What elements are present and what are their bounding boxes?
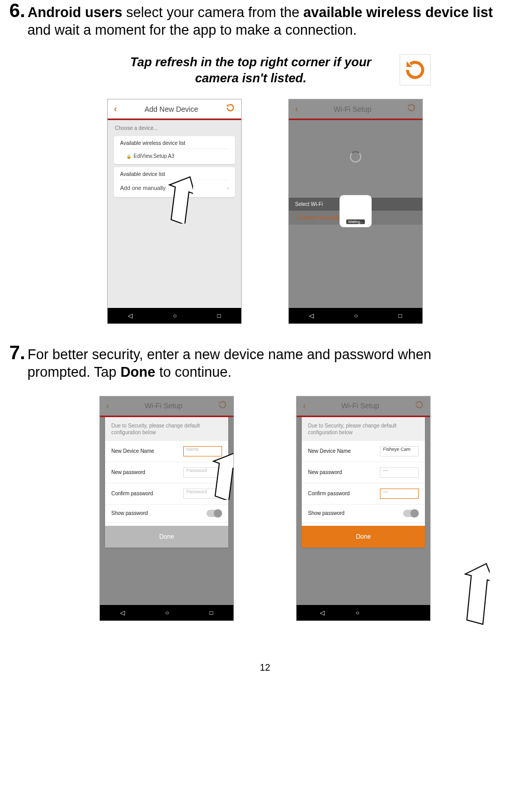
nav-recent-icon[interactable]: □ — [217, 312, 221, 319]
step-7: 7. For better security, enter a new devi… — [9, 342, 521, 381]
hint-line1: Tap refresh in the top right corner if y… — [130, 54, 372, 70]
security-form-card: Due to Security, please change default c… — [105, 417, 228, 548]
nav-back-icon[interactable]: ◁ — [120, 609, 125, 616]
device-list-title: Available device list — [120, 171, 229, 180]
nav-home-icon[interactable]: ○ — [165, 609, 169, 616]
nav-recent-icon[interactable]: □ — [399, 312, 402, 319]
step-7-number: 7. — [9, 342, 25, 363]
row-show-password: Show password — [105, 505, 228, 523]
android-nav-3: ◁ ○ □ — [100, 605, 233, 621]
wireless-list-title: Available wireless device list — [120, 140, 229, 149]
screenshot-add-device: ‹ Add New Device Choose a device... Avai… — [107, 99, 242, 324]
step-7-line1: 7. For better security, enter a new devi… — [9, 342, 521, 364]
pointer-arrow-3 — [459, 559, 490, 626]
choose-device-label: Choose a device... — [108, 120, 241, 133]
lock-icon: 🔒 — [126, 154, 131, 159]
body-form2: Due to Security, please change default c… — [297, 417, 430, 605]
label-show-password: Show password — [308, 510, 345, 516]
refresh-icon[interactable] — [226, 103, 235, 115]
step-7-pre: prompted. Tap — [27, 364, 121, 380]
refresh-icon[interactable] — [407, 103, 416, 115]
body-wifi-wait: Select Wi-Fi + Connect to a hidden netwo… — [289, 120, 422, 308]
body-form1: Due to Security, please change default c… — [100, 417, 233, 605]
step-6-mid: select your camera from the — [126, 5, 303, 20]
wireless-device-card: Available wireless device list 🔒EdiView.… — [114, 136, 235, 164]
row-device-name: New Device Name Name — [105, 441, 228, 462]
screenshots-row-1: ‹ Add New Device Choose a device... Avai… — [9, 99, 521, 324]
screenshot-wifi-waiting: ‹ Wi-Fi Setup Select Wi-Fi + Connect to … — [288, 99, 423, 324]
add-manually-label: Add one manually — [120, 185, 166, 191]
header-title-wifi: Wi-Fi Setup — [333, 105, 371, 113]
step-6-bold2: available wireless device list — [303, 5, 493, 20]
wireless-device-item[interactable]: 🔒EdiView.Setup A3 — [120, 152, 229, 160]
screenshot-form-filled: ‹ Wi-Fi Setup Due to Security, please ch… — [296, 396, 431, 621]
security-instruction: Due to Security, please change default c… — [302, 417, 425, 441]
label-device-name: New Device Name — [308, 448, 351, 454]
nav-back-icon[interactable]: ◁ — [309, 312, 314, 319]
security-instruction: Due to Security, please change default c… — [105, 417, 228, 441]
label-new-password: New password — [111, 469, 145, 475]
input-device-name-filled[interactable]: Fisheye Cam — [380, 446, 419, 456]
header-title-form1: Wi-Fi Setup — [144, 402, 182, 410]
loading-spinner-icon — [350, 151, 361, 163]
hint-line2: camera isn't listed. — [130, 70, 372, 86]
done-button-disabled[interactable]: Done — [105, 526, 228, 548]
input-confirm-password[interactable]: Password — [183, 489, 222, 499]
step-6-line2: and wait a moment for the app to make a … — [9, 22, 521, 39]
nav-home-icon[interactable]: ○ — [354, 312, 358, 319]
nav-recent-icon[interactable]: □ — [210, 609, 213, 616]
label-device-name: New Device Name — [111, 448, 154, 454]
back-icon[interactable]: ‹ — [114, 104, 117, 114]
android-nav-1: ◁ ○ □ — [108, 308, 241, 323]
step-7-post: to continue. — [155, 364, 231, 380]
label-new-password: New password — [308, 469, 342, 475]
step-6: 6. Android users select your camera from… — [9, 0, 521, 39]
refresh-icon-large — [400, 54, 431, 85]
input-device-name[interactable]: Name — [183, 446, 222, 456]
nav-back-icon[interactable]: ◁ — [320, 609, 325, 616]
waiting-label: Waiting... — [346, 219, 365, 224]
add-manually-row[interactable]: Add one manually › — [120, 183, 229, 193]
input-new-password-filled[interactable]: ···· — [380, 467, 419, 478]
row-new-password: New password ···· — [302, 462, 425, 483]
chevron-right-icon: › — [227, 185, 229, 191]
page-number: 12 — [9, 662, 521, 678]
input-new-password[interactable]: Password — [183, 467, 222, 478]
nav-back-icon[interactable]: ◁ — [128, 312, 132, 319]
done-button-enabled[interactable]: Done — [302, 526, 425, 548]
input-confirm-password-filled[interactable]: ···· — [380, 489, 419, 499]
header-wifi-wait: ‹ Wi-Fi Setup — [289, 99, 422, 120]
row-device-name: New Device Name Fisheye Cam — [302, 441, 425, 462]
screenshots-row-2: ‹ Wi-Fi Setup Due to Security, please ch… — [9, 396, 521, 621]
toggle-show-password[interactable] — [403, 510, 419, 517]
back-icon[interactable]: ‹ — [295, 104, 298, 114]
screenshot-form-empty: ‹ Wi-Fi Setup Due to Security, please ch… — [99, 396, 234, 621]
header-add-device: ‹ Add New Device — [108, 99, 241, 120]
label-confirm-password: Confirm password — [111, 491, 153, 496]
header-title-add: Add New Device — [144, 105, 198, 113]
header-form2: ‹ Wi-Fi Setup — [297, 396, 430, 417]
header-title-form2: Wi-Fi Setup — [341, 402, 379, 410]
refresh-icon[interactable] — [415, 400, 424, 412]
row-new-password: New password Password — [105, 462, 228, 483]
label-confirm-password: Confirm password — [308, 491, 350, 496]
toggle-show-password[interactable] — [207, 510, 222, 517]
step-6-number: 6. — [9, 0, 25, 21]
label-show-password: Show password — [111, 510, 148, 516]
back-icon[interactable]: ‹ — [106, 401, 109, 411]
step-6-line1: 6. Android users select your camera from… — [9, 0, 521, 22]
nav-home-icon[interactable]: ○ — [356, 609, 359, 616]
nav-home-icon[interactable]: ○ — [173, 312, 176, 319]
row-confirm-password: Confirm password ···· — [302, 483, 425, 505]
device-list-card: Available device list Add one manually › — [114, 167, 235, 197]
step-7-bold: Done — [121, 364, 156, 380]
security-form-card-filled: Due to Security, please change default c… — [302, 417, 425, 548]
row-confirm-password: Confirm password Password — [105, 483, 228, 505]
waiting-dialog: Waiting... — [340, 195, 372, 227]
body-add-device: Choose a device... Available wireless de… — [108, 120, 241, 308]
android-nav-2: ◁ ○ □ — [289, 308, 422, 323]
refresh-icon[interactable] — [218, 400, 227, 412]
step-7-text1: For better security, enter a new device … — [27, 347, 431, 362]
device-name: EdiView.Setup A3 — [134, 153, 174, 159]
back-icon[interactable]: ‹ — [303, 401, 306, 411]
